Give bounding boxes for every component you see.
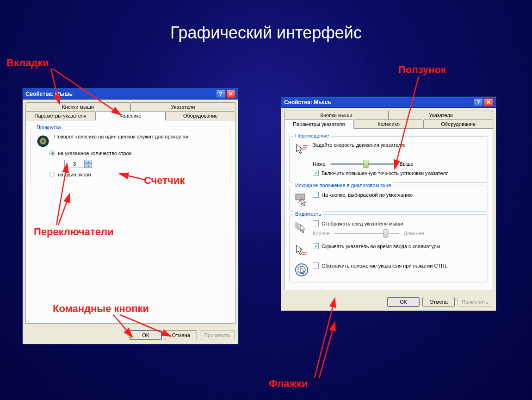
- tab-wheel[interactable]: Колесико: [354, 119, 424, 128]
- radio-label: на указанное количество строк:: [58, 150, 133, 156]
- scroll-label: Поворот колесика на один щелчок служит д…: [54, 134, 225, 139]
- slider-high-label: Выше: [400, 161, 414, 167]
- apply-button[interactable]: Применить: [458, 297, 492, 307]
- slider-thumb[interactable]: [363, 160, 368, 168]
- tab-wheel[interactable]: Колесико: [95, 111, 165, 120]
- dialog-mouse-pointer: Свойства: Мышь ? ✕ Кнопки мыши Указатели…: [281, 96, 496, 311]
- radio-icon: [49, 172, 55, 177]
- checkbox-hide-typing[interactable]: ✓: [313, 243, 319, 249]
- wheel-icon: [36, 134, 50, 149]
- titlebar[interactable]: Свойства: Мышь ? ✕: [281, 97, 496, 108]
- spinner-down-icon[interactable]: ▼: [85, 164, 92, 168]
- title-text: Свойства: Мышь: [284, 99, 473, 106]
- radio-icon: [49, 150, 55, 156]
- cursor-speed-icon: [294, 142, 309, 157]
- annotation-checkboxes: Флажки: [269, 378, 308, 390]
- hide-cursor-icon: [294, 243, 309, 258]
- checkbox-label: Включить повышенную точность установки у…: [322, 170, 449, 176]
- cancel-button[interactable]: Отмена: [422, 297, 455, 307]
- annotation-buttons: Командные кнопки: [53, 303, 149, 315]
- default-button-icon: [294, 192, 309, 206]
- close-icon[interactable]: ✕: [226, 90, 235, 98]
- ctrl-locate-icon: [294, 262, 309, 277]
- spinner-up-icon[interactable]: ▲: [85, 160, 92, 164]
- ok-button[interactable]: OK: [387, 297, 420, 307]
- radio-screen[interactable]: на один экран: [49, 172, 225, 177]
- annotation-radios: Переключатели: [34, 226, 113, 238]
- tab-buttons[interactable]: Кнопки мыши: [25, 102, 130, 111]
- checkbox-label: Отображать след указателя мыши: [322, 221, 403, 226]
- svg-line-9: [319, 322, 335, 378]
- title-text: Свойства: Мышь: [25, 91, 215, 97]
- help-icon[interactable]: ?: [216, 90, 225, 98]
- groupbox-title: Видимость: [293, 211, 323, 217]
- apply-button[interactable]: Применить: [200, 330, 235, 340]
- ok-button[interactable]: OK: [130, 330, 162, 340]
- tab-pointer-params[interactable]: Параметры указателя: [284, 119, 354, 129]
- groupbox-scroll: Прокрутка Поворот колесика на один щелчо…: [31, 128, 230, 184]
- slider-short-label: Короче: [313, 231, 329, 236]
- spinner-input[interactable]: [64, 160, 85, 168]
- checkbox-precision[interactable]: ✓: [313, 170, 319, 176]
- cursor-trail-icon: [294, 220, 309, 235]
- groupbox-visibility: Видимость Отображать след указателя мыши: [289, 214, 488, 282]
- slider-low-label: Ниже: [313, 161, 326, 167]
- titlebar[interactable]: Свойства: Мышь ? ✕: [23, 88, 238, 100]
- tab-pointers[interactable]: Указатели: [389, 111, 493, 119]
- speed-label: Задайте скорость движения указателя:: [313, 142, 483, 148]
- groupbox-title: Прокрутка: [35, 125, 63, 130]
- tab-hardware[interactable]: Оборудование: [166, 111, 235, 120]
- groupbox-movement: Перемещение Задайте скорость движения ук…: [289, 136, 488, 183]
- checkbox-label: Скрывать указатель во время ввода с клав…: [322, 244, 440, 249]
- svg-rect-16: [296, 194, 305, 200]
- tab-hardware[interactable]: Оборудование: [423, 119, 493, 128]
- groupbox-title: Перемещение: [293, 133, 331, 138]
- annotation-spinner: Счетчик: [144, 175, 185, 187]
- checkbox-default-button[interactable]: [313, 192, 319, 198]
- radio-label: на один экран: [58, 172, 91, 177]
- checkbox-ctrl-locate[interactable]: [313, 262, 319, 269]
- annotation-slider: Ползунок: [398, 64, 446, 76]
- checkbox-label: Обозначить положение указателя при нажат…: [322, 263, 447, 269]
- tab-buttons[interactable]: Кнопки мыши: [284, 111, 389, 119]
- slider-long-label: Длиннее: [403, 231, 424, 236]
- checkbox-label: На кнопке, выбираемой по умолчанию: [322, 192, 413, 198]
- tab-pointer-params[interactable]: Параметры указателя: [25, 111, 95, 120]
- slide-title: Графический интерфейс: [0, 23, 532, 43]
- help-icon[interactable]: ?: [474, 98, 483, 106]
- svg-point-12: [42, 140, 44, 143]
- tab-pointers[interactable]: Указатели: [130, 102, 235, 111]
- annotation-tabs: Вкладки: [6, 57, 49, 69]
- groupbox-home: Исходное положение в диалоговом окне На …: [289, 186, 488, 212]
- radio-lines[interactable]: на указанное количество строк:: [49, 150, 225, 156]
- cancel-button[interactable]: Отмена: [165, 330, 197, 340]
- speed-slider[interactable]: [330, 160, 395, 168]
- slider-thumb: [384, 229, 389, 238]
- spinner-lines[interactable]: ▲ ▼: [64, 160, 92, 168]
- groupbox-title: Исходное положение в диалоговом окне: [293, 182, 393, 188]
- trail-slider: [334, 229, 399, 238]
- close-icon[interactable]: ✕: [484, 98, 493, 106]
- checkbox-trail[interactable]: [313, 220, 319, 226]
